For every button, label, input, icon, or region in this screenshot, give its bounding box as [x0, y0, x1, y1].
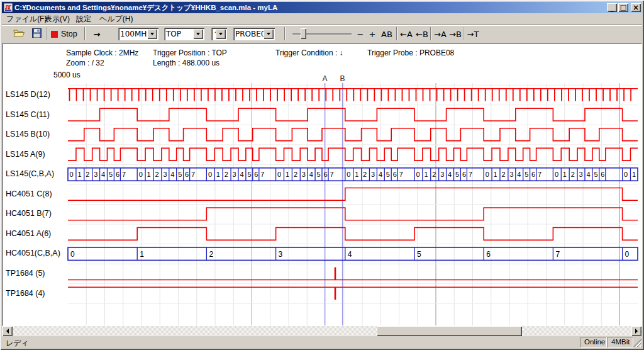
horizontal-scrollbar[interactable] [2, 326, 642, 336]
bus-value: 5 [594, 171, 597, 178]
status-memory-indicator: 4MBit [608, 337, 633, 347]
chevron-down-icon[interactable] [264, 29, 274, 39]
channel-label: LS145 B(10) [6, 130, 50, 138]
arrow-left-icon [6, 329, 9, 334]
titlebar[interactable]: C:¥Documents and Settings¥noname¥デスクトップ¥… [2, 2, 642, 13]
bus-value: 2 [571, 171, 575, 178]
goto-trigger-button[interactable]: →T [465, 27, 480, 41]
menu-help[interactable]: ヘルプ(H) [98, 14, 135, 24]
clock-combo-value: 100MHz [118, 30, 147, 38]
bus-value: 3 [163, 171, 167, 178]
bus-value: 5 [109, 171, 113, 178]
bus-value: 2 [294, 171, 297, 178]
bus-value: 0 [139, 171, 143, 178]
bus-value: 3 [94, 171, 97, 178]
channel-label: LS145(C,B,A) [6, 169, 54, 178]
bus-value: 0 [416, 171, 420, 178]
bus-value: 0 [277, 171, 281, 178]
clock-combo[interactable]: 100MHz [118, 28, 158, 40]
bus-value: 3 [279, 250, 283, 259]
bus-value: 1 [563, 171, 567, 178]
save-button[interactable] [28, 27, 45, 41]
run-button[interactable]: → [88, 27, 106, 41]
bus-value: 7 [330, 171, 334, 178]
bus-value: 5 [455, 171, 459, 178]
channel-label: HC4051 C(8) [6, 189, 52, 198]
bus-value: 6 [462, 171, 466, 178]
menu-view[interactable]: 表示(V) [43, 14, 71, 24]
goto-cursor-a-button[interactable]: ←A [399, 27, 414, 41]
bus-value: 6 [254, 171, 258, 178]
scrollbar-thumb[interactable] [377, 326, 522, 336]
set-cursor-b-button[interactable]: →B [448, 27, 463, 41]
trigger-position-combo[interactable]: TOP [164, 28, 204, 40]
waveform-panel: Sample Clock : 2MHz Trigger Position : T… [2, 43, 642, 326]
bus-value: 6 [323, 171, 327, 178]
zoom-slider-handle[interactable] [301, 28, 306, 39]
bus-value: 2 [86, 171, 89, 178]
maximize-button[interactable]: □ [618, 3, 628, 12]
toolbar-separator [84, 27, 86, 40]
bus-value: 2 [501, 171, 505, 178]
channel-label: HC4051(C,B,A) [6, 249, 60, 257]
status-ready-text: レディ [6, 338, 29, 349]
open-button[interactable] [11, 27, 27, 41]
bus-value: 5 [386, 171, 390, 178]
bus-value: 1 [286, 171, 289, 178]
bus-value: 4 [348, 250, 352, 259]
chevron-down-icon[interactable] [147, 29, 157, 39]
set-cursor-a-button[interactable]: →A [433, 27, 448, 41]
bus-value: 5 [525, 171, 528, 178]
bus-value: 2 [363, 171, 367, 178]
scroll-left-button[interactable] [3, 326, 13, 336]
cursor-label-b: B [340, 74, 345, 83]
bus-value: 1 [355, 171, 358, 178]
bus-value: 7 [538, 171, 541, 178]
bus-value: 5 [247, 171, 251, 178]
bus-value: 1 [216, 171, 220, 178]
bus-value: 6 [116, 171, 119, 178]
zoom-in-button[interactable]: + [367, 27, 378, 41]
trace-6 [68, 208, 638, 220]
chevron-down-icon[interactable] [216, 29, 226, 39]
minimize-button[interactable]: _ [607, 3, 617, 12]
probe-combo[interactable]: PROBE00 [233, 28, 275, 40]
stop-button[interactable]: Stop [51, 27, 81, 41]
menu-settings[interactable]: 設定 [75, 14, 92, 24]
channel-label: HC4051 B(7) [6, 209, 52, 218]
bus-value: 4 [101, 171, 105, 178]
bus-value: 0 [486, 171, 489, 178]
toolbar-separator [463, 27, 464, 40]
zoom-out-button[interactable]: − [355, 27, 366, 41]
bus-value: 6 [531, 171, 535, 178]
window-controls: _ □ × [607, 3, 641, 12]
app-icon [4, 3, 13, 12]
trigger-edge-combo[interactable]: ↑ [211, 28, 227, 40]
toolbar-separator [46, 27, 47, 40]
bus-value: 1 [147, 171, 151, 178]
bus-value: 7 [191, 171, 195, 178]
goto-cursor-b-button[interactable]: ←B [414, 27, 430, 41]
resize-grip-icon[interactable] [633, 339, 641, 347]
channel-label: TP1684 (5) [6, 269, 45, 278]
bus-value: 6 [185, 171, 189, 178]
bus-value: 3 [509, 171, 513, 178]
bus-value: 7 [122, 171, 126, 178]
trigger-position-value: TOP [164, 30, 193, 38]
bus-value: 7 [469, 171, 472, 178]
bus-value: 0 [70, 250, 75, 259]
bus-value: 2 [432, 171, 436, 178]
probe-combo-value: PROBE00 [233, 30, 264, 38]
close-button[interactable]: × [631, 3, 641, 12]
bus-value: 0 [208, 171, 212, 178]
menu-file[interactable]: ファイル(F) [5, 14, 48, 24]
bus-value: 4 [240, 171, 243, 178]
scroll-right-button[interactable] [631, 326, 641, 336]
bus-value: 7 [555, 250, 560, 259]
channel-label: HC4051 A(6) [6, 229, 51, 238]
chevron-down-icon[interactable] [193, 29, 203, 39]
bus-value: 4 [170, 171, 174, 178]
bus-value: 3 [440, 171, 444, 178]
ab-span-button[interactable]: AB [379, 27, 394, 41]
toolbar-separator [287, 27, 288, 40]
